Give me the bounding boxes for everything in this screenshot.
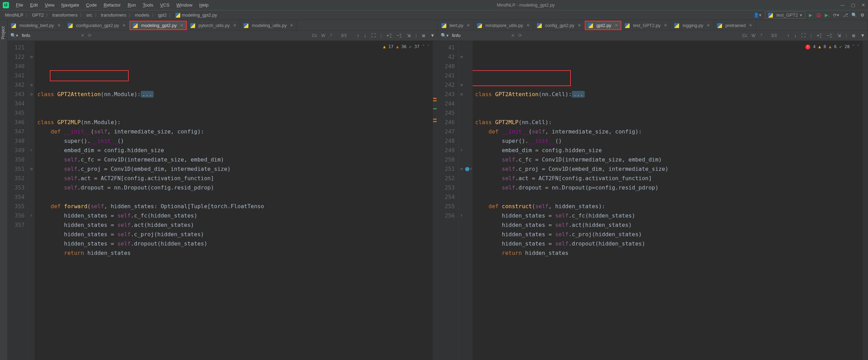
breadcrumb-item[interactable]: gpt2: [157, 12, 168, 18]
code-line[interactable]: return hidden_states: [37, 248, 433, 258]
history-icon[interactable]: ⟳: [88, 33, 92, 38]
markers-right[interactable]: [863, 41, 868, 360]
find-next-icon[interactable]: ↓: [794, 33, 797, 38]
fold-toggle[interactable]: [28, 118, 35, 127]
code-line[interactable]: embed_dim = config.hidden_size: [475, 146, 863, 155]
code-line[interactable]: [475, 258, 863, 267]
code-line[interactable]: self.act = ACT2FN[config.activation_func…: [475, 174, 863, 183]
line-number[interactable]: 343: [8, 90, 25, 99]
fold-toggle[interactable]: [28, 99, 35, 108]
menu-code[interactable]: Code: [83, 1, 100, 9]
code-line[interactable]: class GPT2MLP(nn.Module):: [37, 118, 433, 127]
breadcrumb-item[interactable]: modeling_gpt2.py: [174, 12, 219, 18]
code-line[interactable]: [37, 99, 433, 108]
words-toggle[interactable]: W: [751, 33, 755, 38]
line-number[interactable]: 121: [8, 43, 25, 52]
menu-view[interactable]: View: [42, 1, 57, 9]
line-number[interactable]: 255: [438, 202, 455, 211]
fold-toggle[interactable]: [459, 118, 465, 127]
minimize-icon[interactable]: —: [840, 2, 845, 8]
fold-toggle[interactable]: [459, 43, 465, 52]
fold-toggle[interactable]: [28, 192, 35, 202]
line-number[interactable]: 346: [8, 118, 25, 127]
commit-icon[interactable]: ⬤↑: [465, 164, 473, 174]
fold-toggle[interactable]: [459, 71, 465, 80]
menu-edit[interactable]: Edit: [27, 1, 40, 9]
match-case-toggle[interactable]: Cc: [312, 33, 317, 38]
close-tab-icon[interactable]: ✕: [290, 23, 293, 28]
fold-toggle[interactable]: [28, 127, 35, 136]
tab-modeling_gpt2-py[interactable]: modeling_gpt2.py✕: [129, 21, 187, 30]
fold-toggle[interactable]: [459, 192, 465, 202]
fold-toggle[interactable]: [459, 136, 465, 146]
line-number[interactable]: 341: [8, 71, 25, 80]
code-line[interactable]: hidden_states = self.c_fc(hidden_states): [37, 211, 433, 220]
remove-selection-icon[interactable]: −⌶: [827, 33, 832, 38]
fold-toggle[interactable]: ⊟: [28, 80, 35, 90]
menu-vcs[interactable]: VCS: [157, 1, 172, 9]
menu-refactor[interactable]: Refactor: [101, 1, 124, 9]
line-number[interactable]: 347: [8, 127, 25, 136]
history-icon[interactable]: ⟳: [518, 33, 522, 38]
fold-toggle[interactable]: ⊦: [459, 211, 465, 220]
line-number[interactable]: 240: [438, 62, 455, 71]
line-number[interactable]: 244: [438, 99, 455, 108]
fold-toggle[interactable]: ⊦: [28, 211, 35, 220]
line-number[interactable]: 248: [438, 136, 455, 146]
tab-pretrained[interactable]: pretrained✕: [714, 21, 756, 30]
code-line[interactable]: embed_dim = config.hidden_size: [37, 146, 433, 155]
menu-run[interactable]: Run: [125, 1, 139, 9]
select-all-icon[interactable]: ⛶: [371, 33, 376, 38]
line-number[interactable]: 344: [8, 99, 25, 108]
fold-toggle[interactable]: [28, 174, 35, 183]
find-input-left[interactable]: [22, 33, 77, 38]
close-icon[interactable]: ✕: [861, 2, 865, 8]
tab-configuration_gpt2-py[interactable]: configuration_gpt2.py✕: [64, 21, 129, 30]
code-line[interactable]: def __init__(self, intermediate_size, co…: [37, 127, 433, 136]
line-number[interactable]: 357: [8, 220, 25, 230]
fold-toggle[interactable]: ⊟: [459, 80, 465, 90]
code-line[interactable]: class GPT2Attention(nn.Module):...: [37, 90, 433, 99]
code-line[interactable]: return hidden_states: [475, 248, 863, 258]
fold-toggle[interactable]: [459, 155, 465, 164]
code-line[interactable]: [475, 99, 863, 108]
line-number[interactable]: 251: [438, 164, 455, 174]
line-number[interactable]: 253: [438, 183, 455, 192]
toggle-multiline-icon[interactable]: ≣: [422, 33, 426, 38]
code-line[interactable]: self.act = ACT2FN[config.activation_func…: [37, 174, 433, 183]
words-toggle[interactable]: W: [321, 33, 325, 38]
code-line[interactable]: def forward(self, hidden_states: Optiona…: [37, 202, 433, 211]
find-prev-icon[interactable]: ↑: [357, 33, 359, 38]
fold-toggle[interactable]: [28, 71, 35, 80]
menu-navigate[interactable]: Navigate: [58, 1, 82, 9]
tab-logging-py[interactable]: logging.py✕: [671, 21, 713, 30]
line-number[interactable]: 353: [8, 183, 25, 192]
code-line[interactable]: hidden_states = self.c_proj(hidden_state…: [475, 230, 863, 239]
close-tab-icon[interactable]: ✕: [233, 23, 236, 28]
breadcrumb-item[interactable]: GPT2: [30, 12, 45, 18]
code-line[interactable]: [475, 108, 863, 118]
fold-toggle[interactable]: ⊦: [28, 146, 35, 155]
fold-toggle[interactable]: [459, 62, 465, 71]
profile-icon[interactable]: ⟳▾: [833, 12, 839, 18]
close-tab-icon[interactable]: ✕: [467, 23, 470, 28]
tab-gpt2-py[interactable]: gpt2.py✕: [585, 21, 621, 30]
search-icon[interactable]: 🔍: [851, 12, 857, 18]
tab-mindspore_utils-py[interactable]: mindspore_utils.py✕: [474, 21, 533, 30]
code-line[interactable]: [37, 192, 433, 202]
fold-toggle[interactable]: [459, 174, 465, 183]
menu-window[interactable]: Window: [174, 1, 195, 9]
code-line[interactable]: [475, 192, 863, 202]
line-number[interactable]: 122: [8, 52, 25, 62]
line-number[interactable]: 345: [8, 108, 25, 118]
code-line[interactable]: [37, 80, 433, 90]
close-tab-icon[interactable]: ✕: [664, 23, 667, 28]
fold-toggle[interactable]: ⊟: [459, 52, 465, 62]
close-tab-icon[interactable]: ✕: [707, 23, 710, 28]
line-number[interactable]: 242: [438, 80, 455, 90]
run-config-selector[interactable]: test_GPT2 ▾: [765, 11, 805, 19]
menu-tools[interactable]: Tools: [140, 1, 156, 9]
line-number[interactable]: 356: [8, 211, 25, 220]
code-line[interactable]: [37, 108, 433, 118]
line-number[interactable]: 241: [438, 71, 455, 80]
